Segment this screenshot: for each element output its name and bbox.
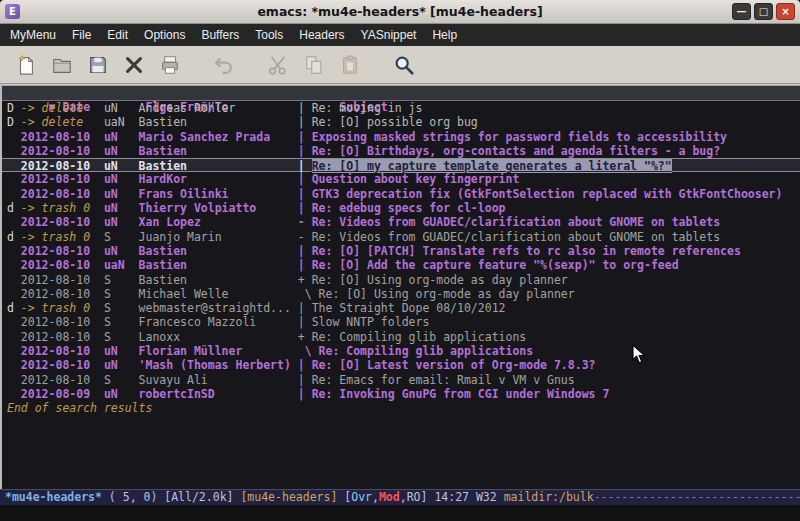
menu-item-yasnippet[interactable]: YASnippet bbox=[353, 25, 425, 45]
col-flags: uN bbox=[104, 130, 139, 144]
emacs-window: E emacs: *mu4e-headers* [mu4e-headers] —… bbox=[0, 0, 800, 521]
col-subject: Re: Emacs for email: Rmail v VM v Gnus bbox=[312, 373, 575, 387]
message-row[interactable]: 2012-08-10uNBastien| Re: [O] my capture … bbox=[2, 158, 800, 172]
menu-item-help[interactable]: Help bbox=[424, 25, 465, 45]
col-sep: | bbox=[298, 373, 312, 387]
copy-button[interactable] bbox=[299, 50, 329, 80]
col-date: 2012-08-10 bbox=[21, 358, 104, 372]
col-from: Thierry Volpiatto bbox=[139, 201, 298, 215]
copy-icon bbox=[303, 54, 325, 76]
col-date: 2012-08-10 bbox=[21, 144, 104, 158]
col-flags: uN bbox=[104, 172, 139, 186]
message-row[interactable]: 2012-08-10SSuvayu Ali| Re: Emacs for ema… bbox=[2, 373, 800, 387]
paste-icon bbox=[339, 54, 361, 76]
col-flags: uN bbox=[104, 358, 139, 372]
col-date: -> trash 0 bbox=[21, 230, 104, 244]
menu-item-mymenu[interactable]: MyMenu bbox=[2, 25, 64, 45]
message-row[interactable]: 2012-08-10SLanoxx+ Re: Compiling glib ap… bbox=[2, 330, 800, 344]
col-subject: GTK3 deprecation fix (GtkFontSelection r… bbox=[312, 187, 783, 201]
col-from: Juanjo Marin bbox=[139, 230, 298, 244]
menu-item-buffers[interactable]: Buffers bbox=[193, 25, 247, 45]
menu-item-tools[interactable]: Tools bbox=[247, 25, 291, 45]
message-row[interactable]: 2012-08-10uNBastien| Re: [O] [PATCH] Tra… bbox=[2, 244, 800, 258]
col-subject: Re: [O] Add the capture feature "%(sexp)… bbox=[312, 258, 679, 272]
message-row[interactable]: 2012-08-10uN'Mash (Thomas Herbert)| Re: … bbox=[2, 358, 800, 372]
modeline-segment-plain: ] bbox=[421, 490, 435, 504]
modeline-segment-minor: [mu4e-headers] bbox=[240, 490, 337, 504]
modeline-segment-ovr: Ovr bbox=[351, 490, 372, 504]
end-of-results-text: End of search results bbox=[2, 401, 800, 415]
open-folder-button[interactable] bbox=[47, 50, 77, 80]
menu-item-edit[interactable]: Edit bbox=[99, 25, 136, 45]
message-row[interactable]: 2012-08-10uNMario Sanchez Prada| Exposin… bbox=[2, 130, 800, 144]
col-sep: | bbox=[298, 258, 312, 272]
message-row[interactable]: 2012-08-10uaNBastien| Re: [O] Add the ca… bbox=[2, 258, 800, 272]
emacs-icon: E bbox=[5, 4, 20, 19]
undo-button[interactable] bbox=[209, 50, 239, 80]
col-subject: Re: [O] Using org-mode as day planner bbox=[312, 273, 568, 287]
menu-item-file[interactable]: File bbox=[64, 25, 99, 45]
message-row[interactable]: 2012-08-09uNrobertcInSD| Re: Invoking Gn… bbox=[2, 387, 800, 401]
col-sep: + bbox=[298, 273, 312, 287]
col-from: Bastien bbox=[139, 273, 298, 287]
echo-area[interactable] bbox=[0, 505, 800, 521]
message-row[interactable]: 2012-08-10SFrancesco Mazzoli| Slow NNTP … bbox=[2, 315, 800, 329]
col-flags: uaN bbox=[104, 115, 139, 129]
col-flags: S bbox=[104, 330, 139, 344]
col-subject: Re: Videos from GUADEC/clarification abo… bbox=[312, 215, 721, 229]
col-subject: Re: [O] Birthdays, org-contacts and agen… bbox=[312, 144, 721, 158]
close-button[interactable]: × bbox=[776, 3, 795, 20]
menu-item-options[interactable]: Options bbox=[136, 25, 193, 45]
close-buffer-button[interactable] bbox=[119, 50, 149, 80]
col-sep: + bbox=[298, 330, 312, 344]
col-subject: Re: [O] my capture template generates a … bbox=[312, 159, 672, 173]
message-row[interactable]: D-> deleteuaNBastien| Re: [O] possible o… bbox=[2, 115, 800, 129]
message-row[interactable]: D-> deleteuNAndreas Röhler| Re: moving i… bbox=[2, 101, 800, 115]
message-row[interactable]: d-> trash 0uNThierry Volpiatto| Re: edeb… bbox=[2, 201, 800, 215]
modeline-segment-plain: [ bbox=[337, 490, 351, 504]
print-button[interactable] bbox=[155, 50, 185, 80]
col-from: Michael Welle bbox=[139, 287, 298, 301]
col-sep: | bbox=[298, 201, 312, 215]
headers-buffer[interactable]: ▼ DateFlgsFrom/ToSubject D-> deleteuNAnd… bbox=[0, 84, 800, 489]
col-subject: Exposing masked strings for password fie… bbox=[312, 130, 727, 144]
message-row[interactable]: 2012-08-10uNBastien| Re: [O] Birthdays, … bbox=[2, 144, 800, 158]
modeline-segment-plain: 14:27 W32 bbox=[434, 490, 503, 504]
message-row[interactable]: 2012-08-10uNFrans Oilinki| GTK3 deprecat… bbox=[2, 187, 800, 201]
search-icon bbox=[393, 54, 415, 76]
col-flags: uN bbox=[104, 187, 139, 201]
col-sep: \ bbox=[298, 344, 319, 358]
col-sep: - bbox=[298, 215, 312, 229]
col-date: 2012-08-09 bbox=[21, 387, 104, 401]
search-button[interactable] bbox=[389, 50, 419, 80]
modeline-segment-plain: , bbox=[400, 490, 407, 504]
col-from: 'Mash (Thomas Herbert) bbox=[139, 358, 298, 372]
col-from: robertcInSD bbox=[139, 387, 298, 401]
message-row[interactable]: d-> trash 0Swebmaster@straightd...| The … bbox=[2, 301, 800, 315]
new-file-button[interactable] bbox=[11, 50, 41, 80]
message-row[interactable]: 2012-08-10uNHardKor| Question about key … bbox=[2, 172, 800, 186]
col-subject: Re: edebug specs for cl-loop bbox=[312, 201, 506, 215]
save-button[interactable] bbox=[83, 50, 113, 80]
col-sep: | bbox=[298, 301, 312, 315]
maximize-button[interactable]: □ bbox=[754, 3, 773, 20]
message-row[interactable]: 2012-08-10uNFlorian Müllner \ Re: Compil… bbox=[2, 344, 800, 358]
modeline-segment-dashes: ----------------------------------------… bbox=[594, 490, 800, 504]
paste-button[interactable] bbox=[335, 50, 365, 80]
col-from: Bastien bbox=[139, 258, 298, 272]
col-from: Bastien bbox=[139, 144, 298, 158]
menu-item-headers[interactable]: Headers bbox=[291, 25, 352, 45]
col-subject: Slow NNTP folders bbox=[312, 315, 430, 329]
message-row[interactable]: 2012-08-10uNXan Lopez- Re: Videos from G… bbox=[2, 215, 800, 229]
message-row[interactable]: 2012-08-10SMichael Welle \ Re: [O] Using… bbox=[2, 287, 800, 301]
col-subject: Re: Compiling glib applications bbox=[312, 330, 527, 344]
minimize-button[interactable]: — bbox=[732, 3, 751, 20]
col-date: 2012-08-10 bbox=[21, 344, 104, 358]
message-row[interactable]: d-> trash 0SJuanjo Marin- Re: Videos fro… bbox=[2, 230, 800, 244]
col-date: 2012-08-10 bbox=[21, 273, 104, 287]
col-sep: - bbox=[298, 230, 312, 244]
col-sep: | bbox=[298, 187, 312, 201]
new-file-icon bbox=[15, 54, 37, 76]
message-row[interactable]: 2012-08-10SBastien+ Re: [O] Using org-mo… bbox=[2, 273, 800, 287]
cut-button[interactable] bbox=[263, 50, 293, 80]
